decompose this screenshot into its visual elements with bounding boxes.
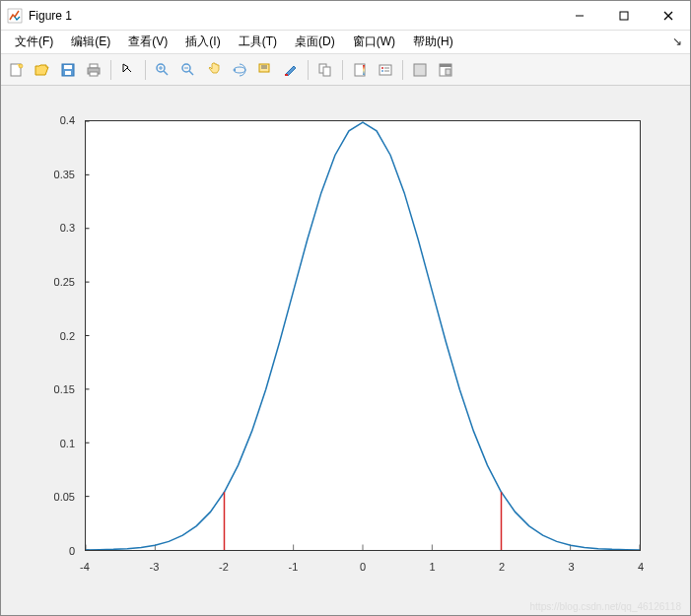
svg-line-20 [189, 71, 193, 75]
toolbar-separator [145, 60, 146, 80]
svg-rect-9 [64, 65, 72, 69]
menu-window[interactable]: 窗口(W) [345, 32, 403, 52]
svg-rect-11 [90, 64, 98, 68]
legend-button[interactable] [374, 58, 397, 82]
svg-rect-40 [446, 69, 450, 75]
plot-area: 0 0.05 0.1 0.15 0.2 0.25 0.3 0.35 0.4 -4… [1, 86, 690, 615]
svg-rect-37 [414, 64, 426, 76]
x-tick-labels: -4 -3 -2 -1 0 1 2 3 4 [85, 556, 641, 585]
svg-rect-13 [90, 72, 98, 76]
hide-plot-tools-button[interactable] [408, 58, 432, 82]
y-tick: 0.15 [54, 383, 75, 395]
menu-desktop[interactable]: 桌面(D) [287, 32, 343, 52]
svg-rect-32 [380, 65, 391, 75]
menu-view[interactable]: 查看(V) [120, 32, 175, 52]
x-tick: 1 [429, 561, 435, 573]
new-figure-button[interactable] [5, 58, 29, 82]
dock-arrow-icon[interactable]: ↘ [672, 34, 682, 48]
x-tick: 2 [499, 561, 505, 573]
menu-insert[interactable]: 插入(I) [177, 32, 228, 52]
axes[interactable] [85, 120, 641, 551]
menu-tools[interactable]: 工具(T) [231, 32, 285, 52]
window-controls [557, 1, 690, 30]
dock-figure-button[interactable] [434, 58, 457, 82]
x-tick: 3 [568, 561, 574, 573]
close-button[interactable] [646, 1, 690, 30]
x-tick: -3 [150, 561, 160, 573]
y-tick: 0.25 [54, 276, 75, 288]
svg-rect-2 [620, 12, 628, 20]
toolbar-separator [342, 60, 343, 80]
y-tick: 0.1 [60, 438, 75, 449]
svg-rect-29 [323, 67, 330, 76]
svg-point-7 [19, 64, 23, 68]
menubar: 文件(F) 编辑(E) 查看(V) 插入(I) 工具(T) 桌面(D) 窗口(W… [1, 31, 690, 54]
x-tick: -2 [219, 561, 229, 573]
menu-file[interactable]: 文件(F) [7, 32, 61, 52]
x-tick: 4 [638, 561, 644, 573]
open-button[interactable] [31, 58, 54, 82]
svg-line-14 [127, 68, 131, 72]
y-tick: 0.35 [54, 169, 75, 180]
y-tick-labels: 0 0.05 0.1 0.15 0.2 0.25 0.3 0.35 0.4 [21, 120, 80, 551]
y-tick: 0.3 [60, 222, 75, 234]
x-tick: 0 [360, 561, 366, 573]
maximize-button[interactable] [601, 1, 646, 30]
zoom-out-button[interactable] [176, 58, 200, 82]
pan-button[interactable] [202, 58, 226, 82]
save-button[interactable] [56, 58, 80, 82]
toolbar-separator [308, 60, 309, 80]
svg-rect-10 [65, 71, 71, 75]
x-tick: -1 [289, 561, 299, 573]
window-title: Figure 1 [29, 9, 557, 23]
svg-line-16 [164, 71, 168, 75]
link-button[interactable] [313, 58, 337, 82]
plot-container: 0 0.05 0.1 0.15 0.2 0.25 0.3 0.35 0.4 -4… [21, 105, 660, 585]
y-tick: 0.05 [54, 491, 75, 503]
toolbar [1, 54, 690, 86]
y-tick: 0.2 [60, 330, 75, 342]
y-tick: 0 [69, 545, 75, 557]
y-tick: 0.4 [60, 114, 75, 126]
toolbar-separator [110, 60, 111, 80]
print-button[interactable] [82, 58, 105, 82]
minimize-button[interactable] [557, 1, 601, 30]
zoom-in-button[interactable] [151, 58, 174, 82]
x-tick: -4 [80, 561, 90, 573]
toolbar-separator [402, 60, 403, 80]
plot-svg [86, 121, 640, 550]
matlab-icon [7, 8, 23, 24]
menu-help[interactable]: 帮助(H) [405, 32, 461, 52]
normal-pdf-curve [86, 122, 640, 550]
brush-button[interactable] [279, 58, 303, 82]
menu-edit[interactable]: 编辑(E) [63, 32, 118, 52]
data-cursor-button[interactable] [253, 58, 277, 82]
rotate-3d-button[interactable] [228, 58, 251, 82]
colorbar-button[interactable] [348, 58, 372, 82]
svg-rect-31 [363, 65, 365, 75]
svg-rect-27 [285, 74, 288, 76]
titlebar: Figure 1 [1, 1, 690, 31]
svg-rect-39 [440, 64, 451, 67]
figure-window: Figure 1 文件(F) 编辑(E) 查看(V) 插入(I) 工具(T) 桌… [0, 0, 691, 616]
edit-plot-button[interactable] [116, 58, 140, 82]
